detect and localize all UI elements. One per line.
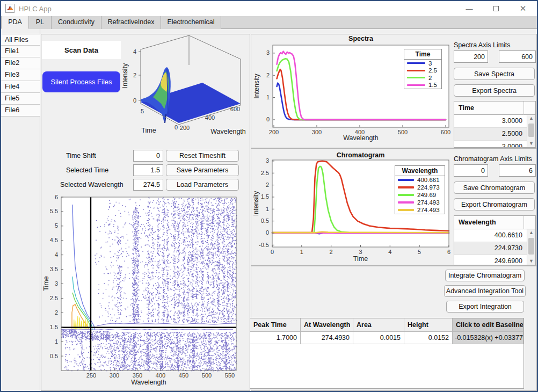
cell-area[interactable]: 0.0015: [353, 332, 404, 344]
integrate-chromatogram-button[interactable]: Integrate Chromatogram: [445, 270, 525, 281]
tab-conductivity[interactable]: Conductivity: [52, 16, 101, 29]
contour-plot[interactable]: 2503003504004505005500.511.522.533.544.5…: [43, 193, 250, 391]
svg-text:2: 2: [55, 309, 58, 316]
file-item-file1[interactable]: File1: [1, 46, 40, 57]
file-item-file3[interactable]: File3: [1, 69, 40, 81]
table-cell[interactable]: 2.5000: [454, 128, 535, 141]
tab-electrochemical[interactable]: Electrochemical: [161, 16, 221, 29]
scan-data-button[interactable]: Scan Data: [42, 41, 121, 59]
file-item-file6[interactable]: File6: [1, 105, 40, 117]
svg-text:3: 3: [359, 249, 362, 255]
export-integration-button[interactable]: Export Integration: [446, 301, 524, 313]
tab-pda[interactable]: PDA: [1, 16, 29, 29]
table-header: Time: [454, 101, 535, 115]
legend-entry: 1.5: [404, 82, 441, 89]
export-spectra-button[interactable]: Export Spectra: [454, 84, 535, 97]
scan-data-label: Scan Data: [64, 46, 98, 54]
cell-baseline[interactable]: -0.015328(x) +0.033776: [453, 332, 524, 344]
chromatogram-xmin-field[interactable]: [454, 164, 488, 177]
load-parameters-button[interactable]: Load Parameters: [166, 179, 239, 191]
minimize-button[interactable]: —: [460, 1, 478, 16]
file-item-file4[interactable]: File4: [1, 81, 40, 93]
svg-text:Time: Time: [353, 255, 368, 263]
save-parameters-button[interactable]: Save Parameters: [166, 164, 239, 176]
legend-title: Time: [404, 49, 441, 60]
spectra-xmin-field[interactable]: [454, 50, 488, 63]
table-scrollbar[interactable]: ▲▼: [527, 115, 535, 147]
table-cell[interactable]: 400.6610: [454, 229, 535, 242]
integrate-chromatogram-label: Integrate Chromatogram: [448, 272, 521, 279]
col-header-area: Area: [353, 318, 404, 332]
reset-timeshift-button[interactable]: Reset Timeshift: [166, 150, 239, 162]
cell-at-wavelength[interactable]: 274.4930: [301, 332, 353, 344]
time-table[interactable]: Time3.00002.50002.0000▲▼: [454, 101, 536, 148]
svg-text:Time: Time: [141, 127, 156, 134]
col-header-peak-time: Peak Time: [250, 318, 301, 332]
close-button[interactable]: ✕: [514, 1, 532, 16]
scroll-thumb[interactable]: [528, 238, 534, 255]
scroll-down-icon[interactable]: ▼: [527, 258, 535, 265]
cell-peak-time[interactable]: 1.7000: [250, 332, 301, 344]
scroll-thumb[interactable]: [528, 124, 534, 137]
cell-height[interactable]: 0.0152: [404, 332, 453, 344]
time-shift-label: Time Shift: [66, 152, 96, 159]
export-chromatogram-button[interactable]: Export Chromatogram: [454, 198, 535, 210]
legend-swatch: [398, 186, 414, 188]
svg-text:-0.5: -0.5: [259, 242, 269, 248]
maximize-button[interactable]: [487, 1, 505, 16]
file-list: All FilesFile1File2File3File4File5File6: [1, 34, 40, 117]
save-chromatogram-button[interactable]: Save Chromatogram: [454, 182, 535, 194]
chromatogram-legend: Wavelength400.661224.973249.69274.493274…: [395, 165, 445, 214]
window-title: HPLC App: [19, 5, 52, 13]
scroll-down-icon[interactable]: ▼: [527, 140, 535, 147]
svg-text:2: 2: [330, 249, 333, 255]
reset-timeshift-label: Reset Timeshift: [179, 152, 226, 159]
selected-wavelength-field[interactable]: [133, 179, 163, 191]
silent-process-files-button[interactable]: Silent Process Files: [42, 71, 120, 92]
svg-text:1: 1: [300, 249, 303, 255]
legend-label: 2.5: [428, 67, 437, 74]
export-integration-label: Export Integration: [459, 303, 512, 310]
selected-wavelength-label: Selected Wavelength: [60, 181, 123, 188]
scroll-up-icon[interactable]: ▲: [527, 115, 535, 122]
advanced-integration-tool-button[interactable]: Advanced Integration Tool: [444, 285, 526, 297]
col-header-baseline[interactable]: Click to edit Baseline: [453, 318, 524, 332]
svg-text:Wavelength: Wavelength: [343, 134, 379, 142]
file-item-all-files[interactable]: All Files: [1, 34, 40, 46]
file-item-file5[interactable]: File5: [1, 93, 40, 105]
svg-text:0: 0: [175, 124, 178, 130]
svg-text:5: 5: [55, 222, 58, 229]
svg-text:2: 2: [266, 72, 270, 78]
table-cell[interactable]: 3.0000: [454, 115, 535, 128]
svg-text:5: 5: [418, 249, 421, 255]
svg-text:5: 5: [141, 108, 144, 114]
file-item-file2[interactable]: File2: [1, 57, 40, 69]
selected-time-label: Selected Time: [66, 166, 108, 174]
svg-text:6: 6: [447, 249, 450, 255]
selected-time-field[interactable]: [133, 164, 163, 176]
tab-pl[interactable]: PL: [29, 16, 52, 29]
svg-text:0.5: 0.5: [50, 353, 58, 359]
time-shift-field[interactable]: [133, 150, 163, 162]
table-scrollbar[interactable]: ▲▼: [527, 229, 535, 265]
svg-text:4: 4: [55, 251, 58, 258]
legend-label: 2: [428, 75, 432, 81]
save-spectra-button[interactable]: Save Spectra: [454, 68, 535, 80]
spectra-legend: Time32.521.5: [404, 49, 442, 89]
svg-text:4: 4: [133, 48, 136, 55]
table-cell[interactable]: 224.9730: [454, 242, 535, 255]
wavelength-table[interactable]: Wavelength400.6610224.9730249.6900▲▼: [454, 215, 536, 265]
surface-3d-plot[interactable]: 02450200400600IntensityTimeWavelength: [121, 34, 250, 145]
chromatogram-xmax-field[interactable]: [499, 164, 536, 177]
svg-text:0.5: 0.5: [261, 217, 269, 224]
load-parameters-label: Load Parameters: [177, 181, 228, 188]
scroll-up-icon[interactable]: ▲: [527, 229, 535, 236]
tab-refractiveindex[interactable]: RefractiveIndex: [101, 16, 161, 29]
export-chromatogram-label: Export Chromatogram: [461, 201, 527, 208]
tab-bar: PDAPLConductivityRefractiveIndexElectroc…: [1, 16, 537, 29]
table-cell[interactable]: 249.6900: [454, 255, 535, 265]
table-cell[interactable]: 2.0000: [454, 141, 535, 148]
svg-text:3: 3: [266, 49, 270, 56]
spectra-xmax-field[interactable]: [499, 50, 536, 63]
svg-text:300: 300: [110, 372, 119, 379]
